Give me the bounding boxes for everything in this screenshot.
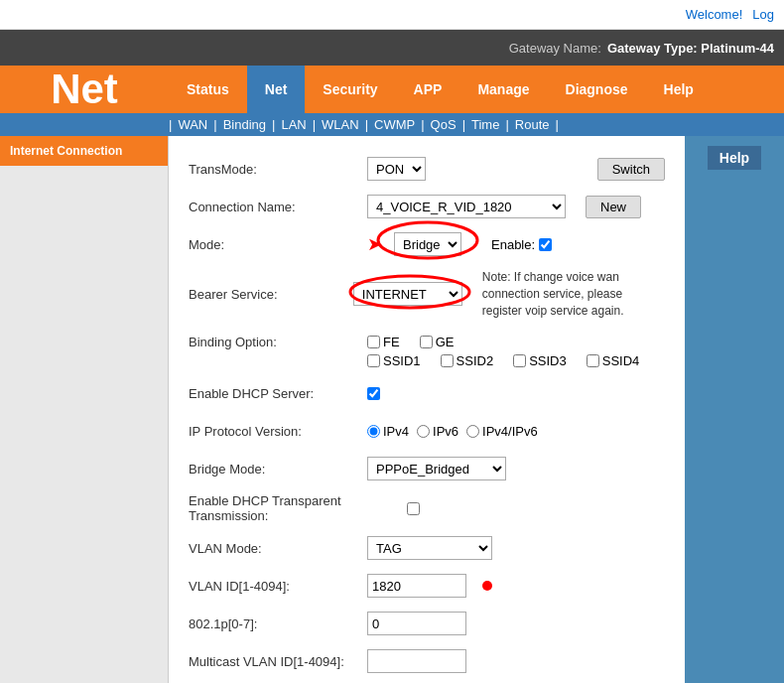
main-nav: Status Net Security APP Manage Diagnose … xyxy=(169,66,784,113)
nav-status[interactable]: Status xyxy=(169,66,247,113)
dhcp-transparent-row: Enable DHCP Transparent Transmission: xyxy=(189,493,665,523)
multicast-vlan-row: Multicast VLAN ID[1-4094]: xyxy=(189,648,665,674)
bearer-service-control: INTERNET VOICE xyxy=(353,282,462,306)
subnav-time[interactable]: Time xyxy=(465,117,505,132)
main-content: TransMode: PON Switch Connection Name: 4… xyxy=(169,136,685,683)
binding-ssid1-checkbox[interactable] xyxy=(367,354,380,367)
ip-protocol-control: IPv4 IPv6 IPv4/IPv6 xyxy=(367,424,538,439)
ip-ipv4v6: IPv4/IPv6 xyxy=(466,424,538,439)
vlan-mode-label: VLAN Mode: xyxy=(189,541,367,556)
ip-protocol-row: IP Protocol Version: IPv4 IPv6 IPv4/IPv6 xyxy=(189,418,665,444)
bearer-service-select[interactable]: INTERNET VOICE xyxy=(353,282,462,306)
connection-name-control: 4_VOICE_R_VID_1820 xyxy=(367,195,566,218)
transmode-select[interactable]: PON xyxy=(367,157,426,181)
connection-name-select[interactable]: 4_VOICE_R_VID_1820 xyxy=(367,195,566,218)
binding-row2: SSID1 SSID2 SSID3 SSID4 xyxy=(367,353,639,368)
bridge-mode-select[interactable]: PPPoE_Bridged xyxy=(367,457,506,480)
binding-ssid4-checkbox[interactable] xyxy=(587,354,599,367)
gateway-label: Gateway Name: xyxy=(509,41,601,56)
switch-button[interactable]: Switch xyxy=(597,158,665,181)
vlan-mode-select[interactable]: TAG TRANSPARENT xyxy=(367,536,492,560)
vlan-mode-row: VLAN Mode: TAG TRANSPARENT xyxy=(189,535,665,561)
dhcp-server-control xyxy=(367,387,380,400)
ipv4v6-radio[interactable] xyxy=(466,425,479,438)
vlan-id-input[interactable] xyxy=(367,574,466,598)
dot1p-control xyxy=(367,612,466,635)
vlan-mode-control: TAG TRANSPARENT xyxy=(367,536,492,560)
multicast-vlan-control xyxy=(367,649,466,673)
ip-ipv6: IPv6 xyxy=(417,424,458,439)
binding-option-row: Binding Option: FE GE SSID1 xyxy=(189,331,665,368)
binding-ssid3-checkbox[interactable] xyxy=(513,354,526,367)
subnav-lan[interactable]: LAN xyxy=(275,117,312,132)
ip-protocol-label: IP Protocol Version: xyxy=(189,424,367,439)
content-area: Internet Connection TransMode: PON Switc… xyxy=(0,136,784,683)
bridge-mode-row: Bridge Mode: PPPoE_Bridged xyxy=(189,456,665,481)
dhcp-server-label: Enable DHCP Server: xyxy=(189,386,367,401)
subnav-binding[interactable]: Binding xyxy=(217,117,272,132)
mode-control: ➤ Bridge Route xyxy=(367,232,461,256)
dot1p-row: 802.1p[0-7]: xyxy=(189,611,665,636)
ip-ipv4: IPv4 xyxy=(367,424,409,439)
bearer-service-row: Bearer Service: INTERNET VOICE Note: If … xyxy=(189,269,665,319)
gateway-bar: Gateway Name: Gateway Type: Platinum-44 xyxy=(0,30,784,66)
ipv6-radio[interactable] xyxy=(417,425,430,438)
internet-highlight: INTERNET VOICE xyxy=(353,282,462,306)
binding-fe-checkbox[interactable] xyxy=(367,336,380,348)
gateway-value: Gateway Type: Platinum-44 xyxy=(607,41,774,56)
multicast-vlan-label: Multicast VLAN ID[1-4094]: xyxy=(189,654,367,669)
transmode-control: PON xyxy=(367,157,426,181)
connection-name-row: Connection Name: 4_VOICE_R_VID_1820 New xyxy=(189,194,665,219)
dot1p-input[interactable] xyxy=(367,612,466,635)
nav-security[interactable]: Security xyxy=(305,66,395,113)
nav-help[interactable]: Help xyxy=(646,66,712,113)
note-container: Note: If change voice wan connection ser… xyxy=(482,269,665,319)
logo-area: Net xyxy=(0,66,169,113)
sub-nav: | WAN | Binding | LAN | WLAN | CWMP | Qo… xyxy=(0,113,784,136)
nav-diagnose[interactable]: Diagnose xyxy=(548,66,646,113)
binding-fe: FE xyxy=(367,335,400,349)
connection-name-label: Connection Name: xyxy=(189,200,367,214)
help-label: Help xyxy=(708,146,761,170)
binding-ge-checkbox[interactable] xyxy=(420,336,433,348)
mode-label: Mode: xyxy=(189,237,367,252)
sidebar-internet-connection[interactable]: Internet Connection xyxy=(0,136,168,166)
help-panel: Help xyxy=(685,136,784,683)
enable-label: Enable: xyxy=(491,237,535,252)
nav-manage[interactable]: Manage xyxy=(459,66,547,113)
multicast-vlan-input[interactable] xyxy=(367,649,466,673)
enable-checkbox[interactable] xyxy=(539,238,552,251)
binding-ssid1: SSID1 xyxy=(367,353,421,368)
binding-options-container: FE GE SSID1 SSID2 xyxy=(367,335,639,368)
bridge-highlight: Bridge Route xyxy=(394,232,461,256)
binding-option-label: Binding Option: xyxy=(189,335,367,349)
mode-select[interactable]: Bridge Route xyxy=(394,232,461,256)
note-text: Note: If change voice wan connection ser… xyxy=(482,269,665,319)
dhcp-server-row: Enable DHCP Server: xyxy=(189,380,665,406)
subnav-qos[interactable]: QoS xyxy=(425,117,462,132)
subnav-wan[interactable]: WAN xyxy=(172,117,213,132)
binding-ssid3: SSID3 xyxy=(513,353,567,368)
new-button[interactable]: New xyxy=(586,196,641,218)
dhcp-transparent-label: Enable DHCP Transparent Transmission: xyxy=(189,493,407,523)
red-dot-annotation xyxy=(482,581,492,591)
mode-row: Mode: ➤ Bridge Route Enable: xyxy=(189,231,665,257)
nav-net[interactable]: Net xyxy=(247,66,306,113)
dhcp-transparent-checkbox[interactable] xyxy=(407,502,420,515)
binding-ge: GE xyxy=(420,335,455,349)
bearer-service-label: Bearer Service: xyxy=(189,287,353,302)
dhcp-transparent-control xyxy=(407,502,420,515)
transmode-label: TransMode: xyxy=(189,162,367,177)
binding-ssid4: SSID4 xyxy=(587,353,640,368)
welcome-text: Welcome! xyxy=(686,7,743,22)
top-bar: Welcome! Log xyxy=(0,0,784,30)
binding-ssid2: SSID2 xyxy=(441,353,494,368)
subnav-cwmp[interactable]: CWMP xyxy=(368,117,421,132)
nav-app[interactable]: APP xyxy=(396,66,460,113)
binding-ssid2-checkbox[interactable] xyxy=(441,354,454,367)
dhcp-server-checkbox[interactable] xyxy=(367,387,380,400)
ipv4-radio[interactable] xyxy=(367,425,380,438)
subnav-route[interactable]: Route xyxy=(509,117,556,132)
subnav-wlan[interactable]: WLAN xyxy=(316,117,365,132)
logout-link[interactable]: Log xyxy=(752,7,774,22)
